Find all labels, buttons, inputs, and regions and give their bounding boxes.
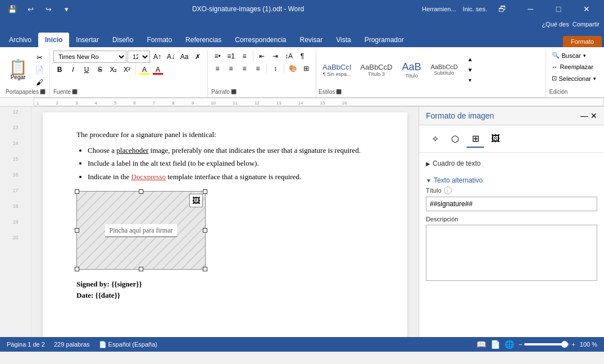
bullets-btn[interactable]: ≡• [211, 51, 224, 62]
titulo-input[interactable] [426, 197, 597, 211]
styles-scroll-down[interactable]: ▼ [464, 65, 476, 75]
format-paint-btn[interactable]: 🖌 [33, 76, 46, 88]
clear-format-btn[interactable]: ✗ [192, 51, 204, 62]
change-case-btn[interactable]: Aa [178, 51, 190, 62]
cut-btn[interactable]: ✂ [33, 52, 46, 63]
numbering-btn[interactable]: ≡1 [225, 51, 237, 62]
view-web-btn[interactable]: 🌐 [505, 340, 514, 349]
handle-tr[interactable] [203, 189, 207, 194]
style-item-2[interactable]: AaB Título [397, 60, 425, 80]
titulo-info-icon[interactable]: i [444, 186, 452, 194]
descripcion-input[interactable] [426, 225, 597, 281]
page-indicator[interactable]: Página 1 de 2 [7, 341, 45, 348]
border-btn[interactable]: ⊞ [300, 63, 312, 74]
style-item-0[interactable]: AaBbCcI ¶ Sin espa... [319, 61, 355, 79]
save-quick-btn[interactable]: 💾 [4, 1, 20, 17]
bold-btn[interactable]: B [53, 64, 66, 75]
font-size-select[interactable]: 12 [128, 51, 150, 63]
handle-bc[interactable] [139, 267, 143, 271]
font-shrink-btn[interactable]: A↓ [165, 51, 177, 62]
doc-area[interactable]: The procedure for a signature panel is i… [31, 107, 419, 337]
view-read-btn[interactable]: 📖 [476, 340, 486, 349]
styles-scroll-up[interactable]: ▲ [464, 54, 476, 65]
tab-referencias[interactable]: Referencias [179, 33, 228, 47]
question-btn[interactable]: ¿Qué des [542, 21, 569, 28]
seleccionar-btn[interactable]: ⊡ Seleccionar ▾ [549, 74, 598, 83]
handle-br[interactable] [203, 267, 207, 271]
tab-formato[interactable]: Formato [140, 33, 179, 47]
font-family-select[interactable]: Times New Ro [53, 51, 126, 63]
handle-tl[interactable] [75, 189, 79, 194]
tab-vista[interactable]: Vista [329, 33, 357, 47]
signature-image[interactable]: 🖼 Pincha aquí para firmar [76, 191, 206, 270]
zoom-thumb[interactable] [561, 341, 568, 348]
tools-label[interactable]: Herramien... [422, 6, 456, 12]
portapapeles-expand[interactable]: ⬛ [40, 89, 46, 94]
superscript-btn[interactable]: X² [121, 64, 133, 75]
session-label[interactable]: Inic. ses. [463, 6, 487, 12]
strikethrough-btn[interactable]: S [94, 64, 106, 75]
buscar-btn[interactable]: 🔍 Buscar ▾ [549, 51, 598, 60]
panel-effects-btn[interactable]: ✧ [426, 130, 444, 148]
align-right-btn[interactable]: ≡ [238, 63, 251, 74]
panel-shape-btn[interactable]: ⬡ [446, 130, 464, 148]
paste-btn[interactable]: 📋 Pegar [6, 58, 30, 81]
increase-indent-btn[interactable]: ⇥ [269, 51, 281, 62]
panel-collapse-btn[interactable]: — [580, 111, 588, 120]
style-item-3[interactable]: AaBbCcD Subtítulo [426, 62, 461, 78]
italic-btn[interactable]: I [67, 64, 79, 75]
text-highlight-btn[interactable]: A [138, 64, 151, 75]
tab-programador[interactable]: Programador [358, 33, 411, 47]
undo-btn[interactable]: ↩ [22, 1, 38, 17]
view-layout-btn[interactable]: 📄 [491, 340, 500, 349]
cuadro-texto-header[interactable]: ▶ Cuadro de texto [426, 157, 597, 170]
redo-btn[interactable]: ↪ [40, 1, 56, 17]
panel-close-btn[interactable]: ✕ [591, 111, 597, 120]
handle-ml[interactable] [75, 228, 79, 233]
word-count[interactable]: 229 palabras [54, 341, 90, 348]
align-center-btn[interactable]: ≡ [225, 63, 237, 74]
justify-btn[interactable]: ≡ [252, 63, 264, 74]
tab-insertar[interactable]: Insertar [69, 33, 106, 47]
show-marks-btn[interactable]: ¶ [296, 51, 308, 62]
parrafo-expand[interactable]: ⬛ [231, 89, 237, 94]
font-grow-btn[interactable]: A↑ [151, 51, 164, 62]
zoom-in-btn[interactable]: + [571, 341, 575, 348]
style-item-1[interactable]: AaBbCcD Título 3 [356, 61, 396, 79]
close-btn[interactable]: ✕ [574, 0, 600, 18]
reemplazar-btn[interactable]: ↔ Reemplazar [549, 62, 598, 71]
styles-expand-btn[interactable]: ▾ [464, 75, 476, 85]
align-left-btn[interactable]: ≡ [211, 63, 224, 74]
panel-layout-btn[interactable]: ⊞ [466, 130, 484, 148]
handle-bl[interactable] [75, 267, 79, 271]
tab-correspondencia[interactable]: Correspondencia [228, 33, 293, 47]
image-layout-icon[interactable]: 🖼 [189, 194, 203, 207]
share-btn[interactable]: Compartir [573, 21, 600, 28]
maximize-btn[interactable]: □ [546, 0, 571, 18]
zoom-track[interactable] [524, 343, 569, 345]
tab-archivo[interactable]: Archivo [2, 33, 38, 47]
customize-btn[interactable]: ▾ [58, 1, 74, 17]
language-indicator[interactable]: 📄 Español (España) [99, 341, 158, 348]
handle-mr[interactable] [203, 228, 207, 233]
panel-image-btn[interactable]: 🖼 [487, 130, 505, 148]
tab-formato-imagen[interactable]: Formato [563, 36, 602, 47]
handle-tc[interactable] [139, 189, 143, 194]
decrease-indent-btn[interactable]: ⇤ [256, 51, 268, 62]
estilos-expand[interactable]: ⬛ [336, 89, 342, 94]
zoom-level[interactable]: 100 % [580, 341, 597, 348]
shading-btn[interactable]: 🎨 [287, 63, 299, 74]
subscript-btn[interactable]: X₂ [107, 64, 120, 75]
tab-inicio[interactable]: Inicio [38, 33, 69, 47]
restore-down-btn[interactable]: 🗗 [489, 0, 515, 18]
line-spacing-btn[interactable]: ↕ [269, 63, 281, 74]
zoom-out-btn[interactable]: − [519, 341, 522, 348]
texto-alternativo-header[interactable]: ▼ Texto alternativo [426, 174, 597, 186]
sort-btn[interactable]: ↕A [283, 51, 295, 62]
copy-btn[interactable]: 📄 [33, 64, 46, 75]
font-color-btn[interactable]: A [152, 64, 164, 75]
tab-diseno[interactable]: Diseño [106, 33, 140, 47]
multilevel-btn[interactable]: ≡ [238, 51, 251, 62]
fuente-expand[interactable]: ⬛ [72, 89, 78, 94]
minimize-btn[interactable]: ─ [517, 0, 543, 18]
